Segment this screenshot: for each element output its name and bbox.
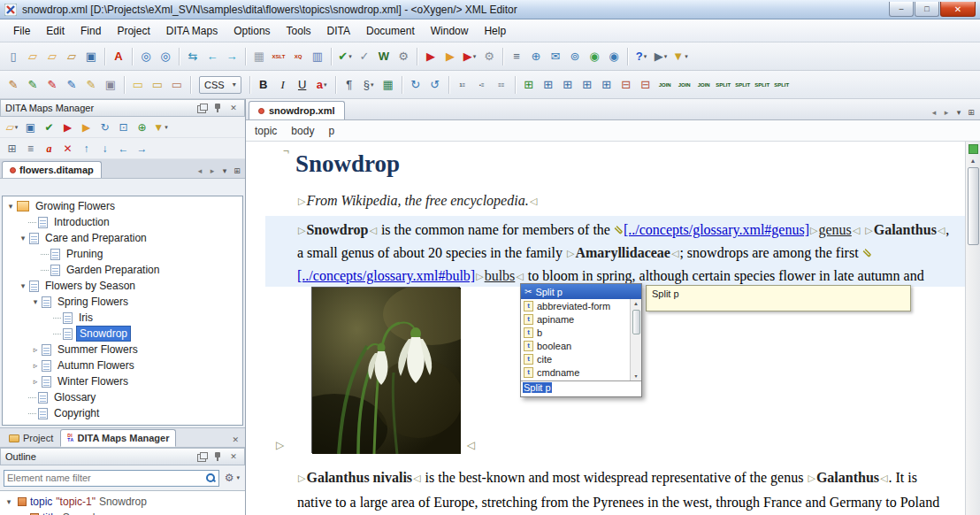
find-replace-icon[interactable]: ◎ bbox=[136, 47, 156, 66]
italic-icon[interactable]: I bbox=[273, 75, 293, 95]
topic-title[interactable]: Snowdrop bbox=[295, 150, 400, 178]
link-with-editor-icon[interactable]: ⊕ bbox=[133, 118, 151, 136]
map-tree-item-glossary[interactable]: Glossary bbox=[3, 389, 242, 405]
split-cell-right-icon[interactable]: SPLIT bbox=[733, 75, 753, 95]
maximize-editor-icon[interactable]: ⊞ bbox=[965, 105, 977, 119]
configure-transformation-icon[interactable]: ⚙ bbox=[479, 47, 499, 66]
xslt-debugger-icon[interactable]: XSLT bbox=[269, 47, 288, 66]
validate-and-check-for-completeness-icon[interactable]: ✔ bbox=[40, 118, 58, 136]
forward-icon[interactable]: → bbox=[222, 47, 241, 66]
insert-row-above-icon[interactable]: ⊞ bbox=[558, 75, 578, 95]
join-cell-left-icon[interactable]: JOIN bbox=[675, 75, 694, 95]
expand-icon[interactable]: ▹ bbox=[30, 377, 41, 386]
menu-document[interactable]: Document bbox=[358, 21, 423, 41]
glossary-bulb-link[interactable]: [../concepts/glossary.xml#bulb] bbox=[297, 268, 475, 283]
tab-list-icon[interactable]: ▾ bbox=[218, 164, 231, 178]
map-tree-item-introduction[interactable]: Introduction bbox=[3, 214, 242, 230]
comment-change-icon[interactable]: ✎ bbox=[62, 75, 81, 95]
open-map-in-editor-icon[interactable]: ⊡ bbox=[114, 118, 133, 136]
snowdrop-image[interactable] bbox=[311, 287, 460, 453]
move-down-icon[interactable]: ↓ bbox=[96, 139, 114, 158]
breadcrumb-item-body[interactable]: body bbox=[291, 125, 314, 137]
map-tree-item-care-and-preparation[interactable]: ▾Care and Preparation bbox=[3, 230, 242, 246]
element-name-filter-input[interactable] bbox=[7, 473, 205, 483]
back-icon[interactable]: ← bbox=[203, 47, 222, 66]
open-remote-file-icon[interactable]: ▱ bbox=[62, 47, 81, 66]
join-cell-right-icon[interactable]: JOIN bbox=[694, 75, 714, 95]
scroll-tabs-left-icon[interactable]: ◂ bbox=[194, 164, 206, 178]
map-tree-item-summer-flowers[interactable]: ▹Summer Flowers bbox=[3, 342, 242, 357]
validate-icon[interactable]: ✔▾ bbox=[335, 47, 355, 66]
spell-check-icon[interactable]: W bbox=[374, 47, 394, 66]
completion-item-boolean[interactable]: tboolean bbox=[521, 339, 629, 352]
split-cell-below-icon[interactable]: SPLIT bbox=[772, 75, 792, 95]
insert-column-before-icon[interactable]: ⊞ bbox=[597, 75, 616, 95]
expand-icon[interactable]: ▹ bbox=[30, 345, 41, 354]
outline-panel-header[interactable]: Outline ✕ bbox=[0, 448, 245, 465]
insert-topic-group-icon[interactable]: ≡ bbox=[21, 139, 40, 158]
inline-elements-icon[interactable]: §▾ bbox=[359, 75, 379, 95]
ditamaps-panel-header[interactable]: DITA Maps Manager ✕ bbox=[0, 99, 245, 117]
apply-transformation-scenario-icon[interactable]: ▶ bbox=[421, 47, 440, 66]
transform-with-icon[interactable]: ▶▾ bbox=[460, 47, 479, 66]
menu-help[interactable]: Help bbox=[476, 21, 514, 41]
check-well-formedness-icon[interactable]: ✓ bbox=[355, 47, 374, 66]
scroll-up-icon[interactable]: ▲ bbox=[970, 156, 976, 165]
close-panel-icon[interactable]: ✕ bbox=[227, 102, 240, 114]
map-tree-item-pruning[interactable]: Pruning bbox=[3, 246, 242, 262]
collapse-icon[interactable]: ▾ bbox=[30, 297, 41, 306]
insert-column-after-icon[interactable]: ⊞ bbox=[578, 75, 597, 95]
close-view-icon[interactable]: ✕ bbox=[232, 435, 243, 447]
scrollbar-thumb[interactable] bbox=[968, 167, 979, 245]
xml-table-view-icon[interactable]: ▦ bbox=[249, 47, 269, 66]
new-document-icon[interactable]: ▯ bbox=[4, 47, 23, 66]
menu-file[interactable]: File bbox=[5, 21, 38, 41]
tab-project[interactable]: Project bbox=[2, 429, 60, 447]
file-compare-icon[interactable]: ⇆ bbox=[183, 47, 203, 66]
outline-item-topic[interactable]: ▾topic"topic-1"Snowdrop bbox=[0, 494, 245, 510]
outline-pin-icon[interactable] bbox=[211, 450, 224, 463]
breadcrumb-item-p[interactable]: p bbox=[328, 125, 334, 137]
topic-subtitle[interactable]: ▷From Wikipedia, the free encyclopedia.◁ bbox=[297, 193, 538, 209]
edit-attributes-icon[interactable]: a bbox=[40, 139, 58, 158]
menu-project[interactable]: Project bbox=[109, 21, 157, 41]
menu-window[interactable]: Window bbox=[423, 21, 477, 41]
split-cell-above-icon[interactable]: SPLIT bbox=[753, 75, 772, 95]
join-row-cells-icon[interactable]: JOIN bbox=[655, 75, 675, 95]
float-panel-icon[interactable] bbox=[195, 102, 208, 114]
copy-style-icon[interactable]: ▣ bbox=[101, 75, 120, 95]
expand-icon[interactable]: ▹ bbox=[30, 361, 41, 370]
current-paragraph[interactable]: ▷Snowdrop◁ is the common name for member… bbox=[265, 216, 965, 287]
help-icon[interactable]: ?▾ bbox=[632, 47, 651, 66]
scroll-down-icon[interactable]: ▾ bbox=[634, 371, 637, 380]
manage-reviews-icon[interactable]: ✉ bbox=[546, 47, 565, 66]
completion-item-cmdname[interactable]: tcmdname bbox=[521, 365, 629, 379]
refresh-references-icon[interactable]: ↻ bbox=[96, 118, 114, 136]
popup-scrollbar[interactable]: ▲ ▾ bbox=[630, 299, 641, 380]
maximize-editor-icon[interactable]: ⊞ bbox=[231, 164, 243, 178]
scroll-tabs-right-icon[interactable]: ▸ bbox=[206, 164, 218, 178]
underline-icon[interactable]: U bbox=[293, 75, 312, 95]
list-settings-icon[interactable]: ≡≡ bbox=[492, 75, 511, 95]
completion-filter-input[interactable]: Split p bbox=[521, 380, 641, 396]
update-content-icon[interactable]: ↺ bbox=[425, 75, 445, 95]
menu-tools[interactable]: Tools bbox=[279, 21, 319, 41]
completion-item-apiname[interactable]: tapiname bbox=[521, 312, 629, 326]
map-tree-item-flowers-by-season[interactable]: ▾Flowers by Season bbox=[3, 278, 242, 294]
completion-item-b[interactable]: tb bbox=[521, 326, 629, 339]
element-name-filter-field[interactable] bbox=[4, 470, 219, 487]
map-tree-item-copyright[interactable]: Copyright bbox=[3, 405, 242, 421]
insert-image-icon[interactable]: ▦ bbox=[379, 75, 398, 95]
pin-panel-icon[interactable] bbox=[211, 102, 224, 114]
tab-snowdrop-xml[interactable]: snowdrop.xml bbox=[249, 101, 345, 119]
menu-find[interactable]: Find bbox=[73, 21, 109, 41]
menu-options[interactable]: Options bbox=[226, 21, 278, 41]
edit-comment-icon[interactable]: ▭ bbox=[148, 75, 167, 95]
open-in-browser-icon[interactable]: ◉ bbox=[585, 47, 604, 66]
map-tree-item-spring-flowers[interactable]: ▾Spring Flowers bbox=[3, 294, 242, 310]
tab-dita-maps-manager[interactable]: DITA DITA Maps Manager bbox=[60, 429, 176, 447]
insert-table-icon[interactable]: ⊞ bbox=[519, 75, 539, 95]
css-style-select[interactable]: CSS ▾ bbox=[199, 76, 241, 94]
highlight-icon[interactable]: ✎ bbox=[81, 75, 101, 95]
accept-change-icon[interactable]: ✎ bbox=[23, 75, 42, 95]
